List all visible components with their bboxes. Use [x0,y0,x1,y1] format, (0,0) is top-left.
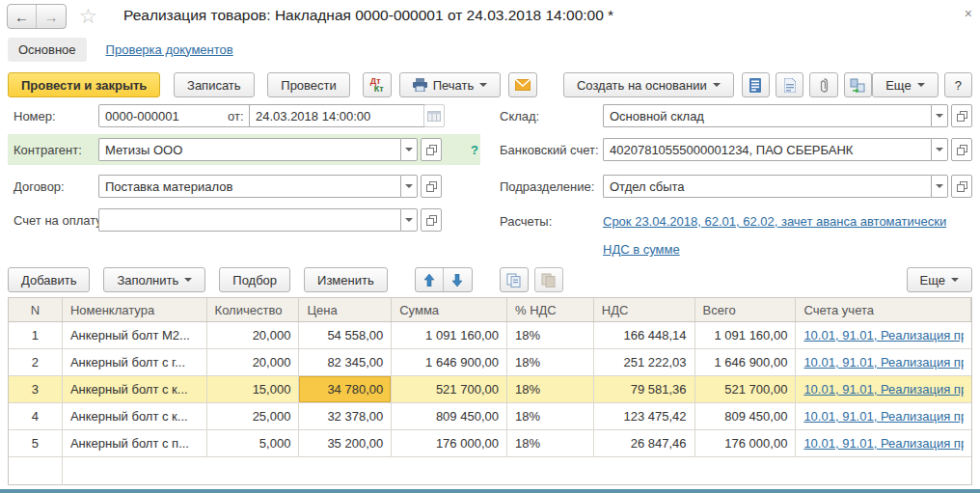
cell-n[interactable]: 1 [9,322,63,348]
counterparty-input[interactable] [98,138,400,161]
table-row[interactable]: 1 Анкерный болт М2... 20,000 54 558,00 1… [9,322,971,349]
cell-price[interactable]: 54 558,00 [299,322,392,348]
cell-sum[interactable]: 521 700,00 [392,376,507,402]
contract-input[interactable] [98,175,400,198]
print-button[interactable]: Печать [399,72,502,97]
invoice-open-button[interactable] [421,208,442,232]
counterparty-dropdown-button[interactable] [400,138,418,161]
cell-vat-rate[interactable]: 18% [507,376,594,402]
move-row-down-button[interactable] [444,268,472,291]
cell-qty[interactable]: 25,000 [207,403,300,429]
table-empty-area[interactable] [9,457,971,484]
cell-total[interactable]: 809 450,00 [695,403,797,429]
forward-button[interactable]: → [37,5,66,28]
cell-qty[interactable]: 20,000 [207,322,300,348]
accounts-link[interactable]: 10.01, 91.01, Реализация проч [803,382,964,397]
cell-vat[interactable]: 26 847,46 [594,430,695,456]
register-view-button[interactable] [423,104,445,127]
cell-sum[interactable]: 1 646 900,00 [392,349,507,375]
col-header-n[interactable]: N [9,298,63,321]
tab-check-documents[interactable]: Проверка документов [106,42,233,57]
col-header-item[interactable]: Номенклатура [63,298,207,321]
send-email-button[interactable] [508,72,536,97]
counterparty-hint[interactable]: ? [471,143,478,157]
cell-total[interactable]: 176 000,00 [695,430,797,456]
attachments-button[interactable] [809,72,837,97]
accounts-link[interactable]: 10.01, 91.01, Реализация проч [803,409,964,424]
cell-price[interactable]: 82 345,00 [299,349,392,375]
counterparty-open-button[interactable] [421,138,442,161]
department-dropdown-button[interactable] [931,175,948,198]
cell-sum[interactable]: 176 000,00 [392,430,507,456]
department-input[interactable] [603,175,931,198]
create-based-on-button[interactable]: Создать на основании [563,72,734,97]
table-row-selected[interactable]: 3 Анкерный болт с к... 15,000 34 780,00 … [9,376,971,403]
pick-button[interactable]: Подбор [219,267,290,292]
bank-account-open-button[interactable] [951,138,972,161]
cell-item[interactable]: Анкерный болт с п... [63,430,207,456]
edit-button[interactable]: Изменить [304,267,388,292]
grid-more-button[interactable]: Еще [907,267,972,292]
table-row[interactable]: 4 Анкерный болт с к... 25,000 32 378,00 … [9,403,971,430]
reports-button[interactable] [742,72,770,97]
bank-account-dropdown-button[interactable] [931,138,948,161]
col-header-vat-rate[interactable]: % НДС [507,298,594,321]
dr-cr-postings-button[interactable]: ДтКт [363,72,391,97]
cell-total[interactable]: 1 091 160,00 [695,322,797,348]
post-and-close-button[interactable]: Провести и закрыть [8,72,160,97]
col-header-total[interactable]: Всего [695,298,797,321]
cell-accounts[interactable]: 10.01, 91.01, Реализация проч [796,403,971,429]
cell-item[interactable]: Анкерный болт с к... [63,376,207,402]
more-button[interactable]: Еще [872,72,938,97]
accounts-link[interactable]: 10.01, 91.01, Реализация проч [803,355,964,370]
fill-button[interactable]: Заполнить [103,267,205,292]
document-journal-button[interactable] [776,72,803,97]
cell-item[interactable]: Анкерный болт с к... [63,403,207,429]
cell-vat-rate[interactable]: 18% [507,349,594,375]
col-header-sum[interactable]: Сумма [392,298,507,321]
cell-sum[interactable]: 809 450,00 [392,403,507,429]
cell-sum[interactable]: 1 091 160,00 [392,322,507,348]
cell-price[interactable]: 35 200,00 [299,430,392,456]
cell-total[interactable]: 521 700,00 [695,376,797,402]
department-open-button[interactable] [951,175,972,198]
accounts-link[interactable]: 10.01, 91.01, Реализация проч [803,328,964,342]
table-row[interactable]: 2 Анкерный болт с г... 20,000 82 345,00 … [9,349,971,376]
date-input[interactable] [249,104,431,127]
cell-accounts[interactable]: 10.01, 91.01, Реализация проч [796,322,971,348]
save-button[interactable]: Записать [174,72,255,97]
cell-vat[interactable]: 166 448,14 [594,322,695,348]
cell-accounts[interactable]: 10.01, 91.01, Реализация проч [796,376,971,402]
settlements-link[interactable]: Срок 23.04.2018, 62.01, 62.02, зачет ава… [603,214,946,229]
cell-item[interactable]: Анкерный болт с г... [63,349,207,375]
help-button[interactable]: ? [944,72,972,97]
tab-main[interactable]: Основное [8,38,87,62]
cell-accounts[interactable]: 10.01, 91.01, Реализация проч [796,430,971,456]
warehouse-open-button[interactable] [951,104,972,127]
cell-vat[interactable]: 251 222,03 [594,349,695,375]
cell-n[interactable]: 2 [9,349,63,375]
add-row-button[interactable]: Добавить [8,267,90,292]
cell-price[interactable]: 32 378,00 [299,403,392,429]
post-button[interactable]: Провести [267,72,350,97]
accounts-link[interactable]: 10.01, 91.01, Реализация проч [803,436,964,451]
contract-dropdown-button[interactable] [400,175,418,198]
cell-n[interactable]: 4 [9,403,63,429]
cell-qty[interactable]: 15,000 [207,376,300,402]
bank-account-input[interactable] [603,138,931,161]
col-header-vat[interactable]: НДС [594,298,695,321]
cell-vat-rate[interactable]: 18% [507,322,594,348]
related-documents-button[interactable] [844,72,872,97]
invoice-input[interactable] [98,208,400,232]
cell-n[interactable]: 3 [9,376,63,402]
warehouse-dropdown-button[interactable] [931,104,948,127]
col-header-accounts[interactable]: Счета учета [796,298,971,321]
copy-rows-button[interactable] [500,267,529,292]
cell-qty[interactable]: 20,000 [207,349,300,375]
warehouse-input[interactable] [603,104,931,127]
close-button[interactable]: × [961,4,976,23]
cell-price-active[interactable]: 34 780,00 [299,376,392,402]
cell-qty[interactable]: 5,000 [207,430,300,456]
cell-vat[interactable]: 79 581,36 [594,376,695,402]
cell-total[interactable]: 1 646 900,00 [695,349,797,375]
